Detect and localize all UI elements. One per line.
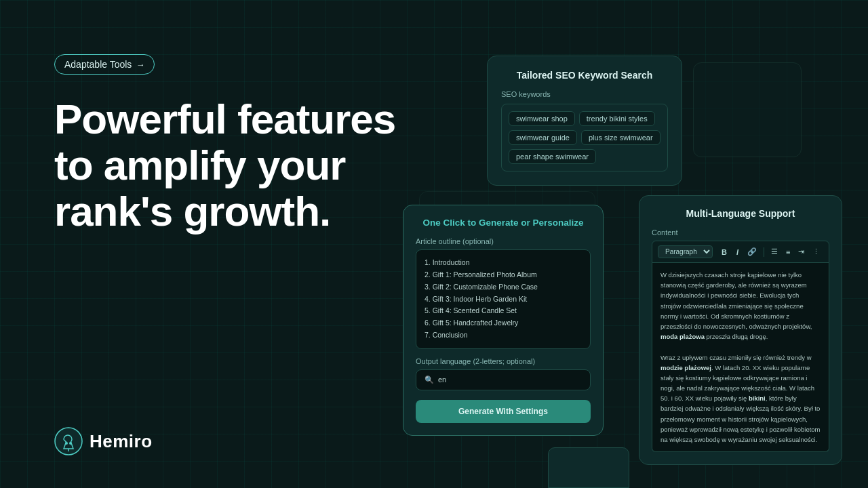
seo-tag[interactable]: swimwear shop [509,111,575,126]
outline-item-6: 6. Gift 5: Handcrafted Jewelry [425,317,582,329]
content-label: Content [652,228,829,237]
outline-item-7: 7. Conclusion [425,329,582,342]
generate-card: One Click to Generate or Personalize Art… [403,205,604,436]
lang-input[interactable]: 🔍 en [416,369,591,390]
indent-icon[interactable]: ⇥ [795,246,807,258]
link-icon[interactable]: 🔗 [745,246,760,258]
text-bold2: modzie plażowej [660,364,711,371]
seo-card: Tailored SEO Keyword Search SEO keywords… [487,56,682,186]
main-heading: Powerful features to amplify your rank's… [54,96,407,235]
toolbar: Paragraph B I 🔗 ☰ ≡ ⇥ ⋮ [652,241,829,263]
lang-value: en [438,375,446,384]
multilang-card-title: Multi-Language Support [652,208,829,219]
left-section: Adaptable Tools → Powerful features to a… [54,54,407,235]
outline-item-2: 2. Gift 1: Personalized Photo Album [425,269,582,281]
italic-button[interactable]: I [733,247,742,258]
generate-button[interactable]: Generate With Settings [416,400,591,423]
svg-point-2 [69,442,72,445]
seo-keywords-label: SEO keywords [501,90,668,98]
outline-item-4: 4. Gift 3: Indoor Herb Garden Kit [425,293,582,306]
text-content: W dzisiejszych czasach stroje kąpielowe … [652,263,829,452]
text-bold1: moda plażowa [660,333,705,340]
seo-tag[interactable]: trendy bikini styles [579,111,655,126]
adaptable-badge[interactable]: Adaptable Tools → [54,54,155,75]
text-para1b: przeszła długą drogę. [705,333,768,340]
seo-card-title: Tailored SEO Keyword Search [501,70,668,81]
outline-item-1: 1. Introduction [425,257,582,269]
seo-tag[interactable]: plus size swimwear [581,130,660,145]
lang-label: Output language (2-letters; optional) [416,357,591,365]
generate-card-title: One Click to Generate or Personalize [416,218,591,228]
logo: Hemiro [54,427,153,455]
content-wrapper: Adaptable Tools → Powerful features to a… [0,0,868,488]
outline-item-3: 3. Gift 2: Customizable Phone Case [425,281,582,293]
seo-tag[interactable]: swimwear guide [509,130,577,145]
search-icon: 🔍 [425,375,434,384]
seo-tag[interactable]: pear shape swimwear [509,149,596,164]
text-para1: W dzisiejszych czasach stroje kąpielowe … [660,271,812,330]
logo-icon [54,427,83,455]
svg-point-1 [65,442,68,445]
outline-item-5: 5. Gift 4: Scented Candle Set [425,305,582,317]
toolbar-divider [764,247,764,257]
text-para2: Wraz z upływem czasu zmieniły się równie… [660,354,812,361]
deco-card-right [693,62,802,157]
outline-label: Article outline (optional) [416,237,591,245]
list-ol-icon[interactable]: ≡ [783,247,793,258]
list-ul-icon[interactable]: ☰ [768,246,781,258]
more-icon[interactable]: ⋮ [810,246,823,258]
seo-tags-area: swimwear shop trendy bikini styles swimw… [501,104,668,171]
text-bold3: bikini [749,394,766,402]
multilang-card: Multi-Language Support Content Paragraph… [639,195,842,465]
outline-box[interactable]: 1. Introduction 2. Gift 1: Personalized … [416,249,591,349]
paragraph-select[interactable]: Paragraph [658,245,713,258]
badge-label: Adaptable Tools [64,59,132,70]
bottom-decoration [548,447,629,488]
logo-text: Hemiro [90,431,153,452]
badge-arrow: → [136,60,144,70]
bold-button[interactable]: B [718,247,730,258]
